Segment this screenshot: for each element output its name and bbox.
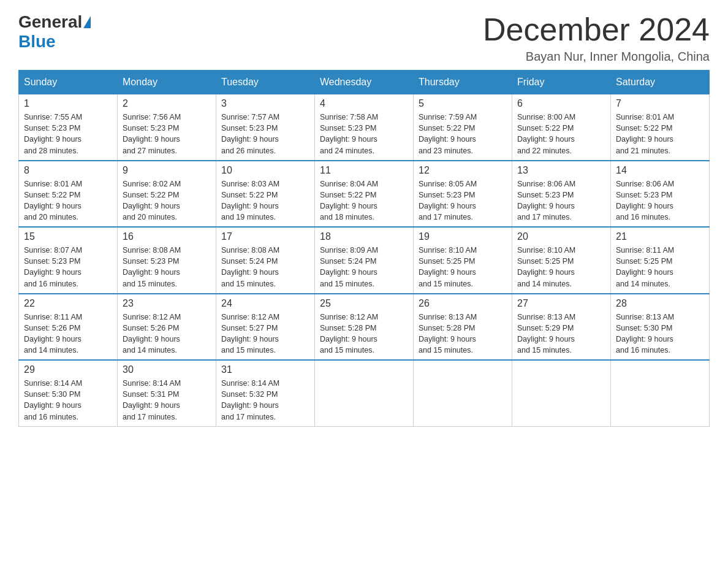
col-tuesday: Tuesday	[216, 71, 315, 94]
day-info: Sunrise: 8:01 AM Sunset: 5:22 PM Dayligh…	[24, 178, 112, 223]
day-number: 9	[123, 165, 211, 176]
table-row: 8 Sunrise: 8:01 AM Sunset: 5:22 PM Dayli…	[19, 161, 118, 228]
calendar-week-row: 8 Sunrise: 8:01 AM Sunset: 5:22 PM Dayli…	[19, 161, 710, 228]
day-info: Sunrise: 8:10 AM Sunset: 5:25 PM Dayligh…	[517, 245, 605, 289]
col-sunday: Sunday	[19, 71, 118, 94]
day-info: Sunrise: 8:12 AM Sunset: 5:27 PM Dayligh…	[221, 312, 309, 356]
day-number: 14	[616, 165, 704, 176]
day-info: Sunrise: 8:11 AM Sunset: 5:26 PM Dayligh…	[24, 312, 112, 356]
day-number: 3	[221, 98, 309, 109]
day-info: Sunrise: 8:06 AM Sunset: 5:23 PM Dayligh…	[616, 178, 704, 223]
table-row: 4 Sunrise: 7:58 AM Sunset: 5:23 PM Dayli…	[315, 94, 414, 161]
table-row: 2 Sunrise: 7:56 AM Sunset: 5:23 PM Dayli…	[118, 94, 216, 161]
table-row: 9 Sunrise: 8:02 AM Sunset: 5:22 PM Dayli…	[118, 161, 216, 228]
day-number: 25	[320, 298, 408, 309]
day-info: Sunrise: 8:07 AM Sunset: 5:23 PM Dayligh…	[24, 245, 112, 289]
day-info: Sunrise: 8:06 AM Sunset: 5:23 PM Dayligh…	[517, 178, 605, 223]
col-thursday: Thursday	[414, 71, 512, 94]
table-row: 28 Sunrise: 8:13 AM Sunset: 5:30 PM Dayl…	[611, 294, 710, 361]
logo: General Blue	[18, 12, 92, 52]
day-number: 20	[517, 231, 605, 242]
day-info: Sunrise: 7:57 AM Sunset: 5:23 PM Dayligh…	[221, 112, 309, 156]
table-row: 6 Sunrise: 8:00 AM Sunset: 5:22 PM Dayli…	[512, 94, 611, 161]
day-info: Sunrise: 8:01 AM Sunset: 5:22 PM Dayligh…	[616, 112, 704, 156]
day-info: Sunrise: 8:09 AM Sunset: 5:24 PM Dayligh…	[320, 245, 408, 289]
table-row: 24 Sunrise: 8:12 AM Sunset: 5:27 PM Dayl…	[216, 294, 315, 361]
day-info: Sunrise: 8:11 AM Sunset: 5:25 PM Dayligh…	[616, 245, 704, 289]
day-number: 30	[123, 364, 211, 375]
table-row: 15 Sunrise: 8:07 AM Sunset: 5:23 PM Dayl…	[19, 227, 118, 294]
day-info: Sunrise: 7:59 AM Sunset: 5:22 PM Dayligh…	[419, 112, 507, 156]
day-info: Sunrise: 8:00 AM Sunset: 5:22 PM Dayligh…	[517, 112, 605, 156]
table-row: 22 Sunrise: 8:11 AM Sunset: 5:26 PM Dayl…	[19, 294, 118, 361]
logo-general-text: General	[18, 12, 82, 32]
table-row: 12 Sunrise: 8:05 AM Sunset: 5:23 PM Dayl…	[414, 161, 512, 228]
day-number: 15	[24, 231, 112, 242]
day-number: 24	[221, 298, 309, 309]
day-info: Sunrise: 8:12 AM Sunset: 5:26 PM Dayligh…	[123, 312, 211, 356]
page-header: General Blue December 2024 Bayan Nur, In…	[18, 12, 710, 64]
table-row: 7 Sunrise: 8:01 AM Sunset: 5:22 PM Dayli…	[611, 94, 710, 161]
day-number: 19	[419, 231, 507, 242]
table-row: 27 Sunrise: 8:13 AM Sunset: 5:29 PM Dayl…	[512, 294, 611, 361]
day-number: 18	[320, 231, 408, 242]
table-row: 14 Sunrise: 8:06 AM Sunset: 5:23 PM Dayl…	[611, 161, 710, 228]
day-info: Sunrise: 8:08 AM Sunset: 5:23 PM Dayligh…	[123, 245, 211, 289]
day-number: 1	[24, 98, 112, 109]
day-info: Sunrise: 8:14 AM Sunset: 5:32 PM Dayligh…	[221, 378, 309, 423]
day-info: Sunrise: 8:08 AM Sunset: 5:24 PM Dayligh…	[221, 245, 309, 289]
day-number: 27	[517, 298, 605, 309]
day-info: Sunrise: 8:13 AM Sunset: 5:30 PM Dayligh…	[616, 312, 704, 356]
day-info: Sunrise: 8:05 AM Sunset: 5:23 PM Dayligh…	[419, 178, 507, 223]
day-number: 4	[320, 98, 408, 109]
table-row: 13 Sunrise: 8:06 AM Sunset: 5:23 PM Dayl…	[512, 161, 611, 228]
day-number: 28	[616, 298, 704, 309]
day-info: Sunrise: 8:04 AM Sunset: 5:22 PM Dayligh…	[320, 178, 408, 223]
table-row: 3 Sunrise: 7:57 AM Sunset: 5:23 PM Dayli…	[216, 94, 315, 161]
logo-triangle-icon	[83, 16, 91, 28]
day-number: 29	[24, 364, 112, 375]
table-row: 19 Sunrise: 8:10 AM Sunset: 5:25 PM Dayl…	[414, 227, 512, 294]
day-number: 12	[419, 165, 507, 176]
table-row: 31 Sunrise: 8:14 AM Sunset: 5:32 PM Dayl…	[216, 360, 315, 426]
table-row: 21 Sunrise: 8:11 AM Sunset: 5:25 PM Dayl…	[611, 227, 710, 294]
day-info: Sunrise: 8:13 AM Sunset: 5:28 PM Dayligh…	[419, 312, 507, 356]
day-info: Sunrise: 8:14 AM Sunset: 5:30 PM Dayligh…	[24, 378, 112, 423]
calendar-table: Sunday Monday Tuesday Wednesday Thursday…	[18, 70, 710, 427]
logo-blue-text: Blue	[18, 32, 56, 51]
calendar-week-row: 29 Sunrise: 8:14 AM Sunset: 5:30 PM Dayl…	[19, 360, 710, 426]
day-number: 11	[320, 165, 408, 176]
table-row: 26 Sunrise: 8:13 AM Sunset: 5:28 PM Dayl…	[414, 294, 512, 361]
col-saturday: Saturday	[611, 71, 710, 94]
table-row: 18 Sunrise: 8:09 AM Sunset: 5:24 PM Dayl…	[315, 227, 414, 294]
table-row: 5 Sunrise: 7:59 AM Sunset: 5:22 PM Dayli…	[414, 94, 512, 161]
table-row	[315, 360, 414, 426]
title-section: December 2024 Bayan Nur, Inner Mongolia,…	[483, 12, 710, 64]
day-info: Sunrise: 7:56 AM Sunset: 5:23 PM Dayligh…	[123, 112, 211, 156]
calendar-week-row: 15 Sunrise: 8:07 AM Sunset: 5:23 PM Dayl…	[19, 227, 710, 294]
table-row: 30 Sunrise: 8:14 AM Sunset: 5:31 PM Dayl…	[118, 360, 216, 426]
day-number: 21	[616, 231, 704, 242]
day-number: 8	[24, 165, 112, 176]
table-row: 20 Sunrise: 8:10 AM Sunset: 5:25 PM Dayl…	[512, 227, 611, 294]
calendar-week-row: 22 Sunrise: 8:11 AM Sunset: 5:26 PM Dayl…	[19, 294, 710, 361]
day-info: Sunrise: 7:55 AM Sunset: 5:23 PM Dayligh…	[24, 112, 112, 156]
table-row: 23 Sunrise: 8:12 AM Sunset: 5:26 PM Dayl…	[118, 294, 216, 361]
location-text: Bayan Nur, Inner Mongolia, China	[483, 50, 710, 64]
table-row: 1 Sunrise: 7:55 AM Sunset: 5:23 PM Dayli…	[19, 94, 118, 161]
day-info: Sunrise: 8:13 AM Sunset: 5:29 PM Dayligh…	[517, 312, 605, 356]
table-row: 17 Sunrise: 8:08 AM Sunset: 5:24 PM Dayl…	[216, 227, 315, 294]
table-row: 25 Sunrise: 8:12 AM Sunset: 5:28 PM Dayl…	[315, 294, 414, 361]
table-row	[611, 360, 710, 426]
day-info: Sunrise: 8:14 AM Sunset: 5:31 PM Dayligh…	[123, 378, 211, 423]
day-number: 16	[123, 231, 211, 242]
day-info: Sunrise: 7:58 AM Sunset: 5:23 PM Dayligh…	[320, 112, 408, 156]
col-wednesday: Wednesday	[315, 71, 414, 94]
calendar-week-row: 1 Sunrise: 7:55 AM Sunset: 5:23 PM Dayli…	[19, 94, 710, 161]
calendar-header-row: Sunday Monday Tuesday Wednesday Thursday…	[19, 71, 710, 94]
day-number: 6	[517, 98, 605, 109]
day-number: 5	[419, 98, 507, 109]
day-number: 23	[123, 298, 211, 309]
day-info: Sunrise: 8:10 AM Sunset: 5:25 PM Dayligh…	[419, 245, 507, 289]
table-row: 29 Sunrise: 8:14 AM Sunset: 5:30 PM Dayl…	[19, 360, 118, 426]
